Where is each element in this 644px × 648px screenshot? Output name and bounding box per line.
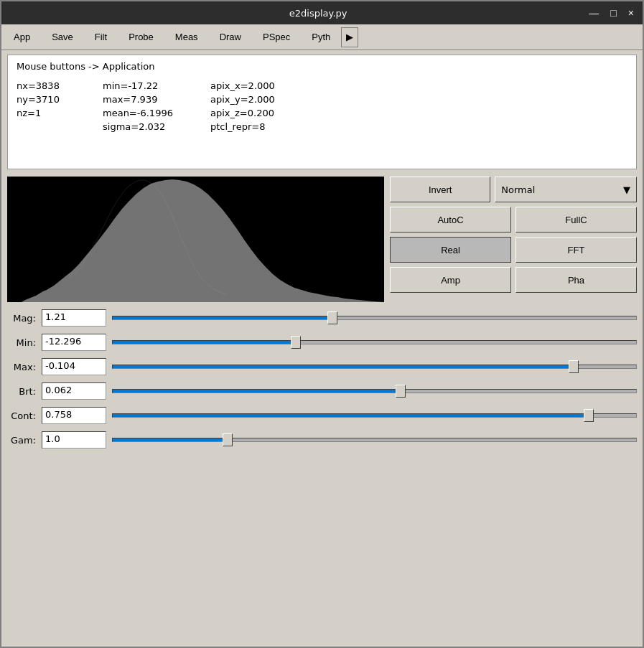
autoc-button[interactable]: AutoC xyxy=(390,207,511,233)
slider-track-2[interactable] xyxy=(112,365,637,369)
info-nz: nz=1 xyxy=(17,108,103,118)
menu-bar: App Save Filt Probe Meas Draw PSpec Pyth… xyxy=(1,24,643,50)
normal-label: Normal xyxy=(501,184,535,195)
info-sigma: sigma=2.032 xyxy=(103,121,210,132)
info-apix-x: apix_x=2.000 xyxy=(210,80,354,91)
main-window: e2display.py — □ × App Save Filt Probe M… xyxy=(0,0,644,648)
menu-probe[interactable]: Probe xyxy=(118,27,164,47)
slider-value-3[interactable]: 0.062 xyxy=(42,382,106,400)
sliders-area: Mag:1.21Min:-12.296Max:-0.104Brt:0.062Co… xyxy=(1,305,643,453)
slider-fill-2 xyxy=(113,365,574,368)
row-invert-normal: Invert Normal ▼ xyxy=(390,177,637,202)
slider-thumb-2[interactable] xyxy=(569,360,579,373)
slider-track-4[interactable] xyxy=(112,413,637,418)
slider-thumb-1[interactable] xyxy=(291,336,301,349)
slider-fill-0 xyxy=(113,316,332,319)
slider-thumb-3[interactable] xyxy=(396,385,406,398)
menu-app[interactable]: App xyxy=(3,27,41,47)
slider-row: Mag:1.21 xyxy=(7,308,637,328)
menu-save[interactable]: Save xyxy=(41,27,84,47)
info-apix-y: apix_y=2.000 xyxy=(210,94,354,105)
slider-fill-1 xyxy=(113,341,296,344)
slider-value-0[interactable]: 1.21 xyxy=(42,309,106,327)
row-amp-pha: Amp Pha xyxy=(390,267,637,293)
slider-label-5: Gam: xyxy=(7,435,36,446)
fullc-button[interactable]: FullC xyxy=(515,207,637,233)
slider-label-1: Min: xyxy=(7,337,36,348)
slider-value-2[interactable]: -0.104 xyxy=(42,358,106,375)
histogram-svg xyxy=(7,177,384,302)
slider-row: Brt:0.062 xyxy=(7,381,637,401)
menu-pyth[interactable]: Pyth xyxy=(301,27,341,47)
slider-track-0[interactable] xyxy=(112,316,637,320)
slider-row: Gam:1.0 xyxy=(7,430,637,450)
slider-fill-5 xyxy=(113,438,228,441)
fft-button[interactable]: FFT xyxy=(515,237,637,263)
info-grid: nx=3838 min=-17.22 apix_x=2.000 ny=3710 … xyxy=(17,80,627,132)
window-title: e2display.py xyxy=(50,8,586,19)
main-area: Invert Normal ▼ AutoC FullC Real FFT Amp… xyxy=(1,174,643,305)
slider-thumb-0[interactable] xyxy=(327,311,337,324)
histogram xyxy=(7,177,384,302)
slider-track-3[interactable] xyxy=(112,389,637,393)
controls-panel: Invert Normal ▼ AutoC FullC Real FFT Amp… xyxy=(390,177,637,302)
menu-pspec[interactable]: PSpec xyxy=(252,27,301,47)
slider-value-4[interactable]: 0.758 xyxy=(42,407,106,424)
mouse-info: Mouse buttons -> Application xyxy=(17,61,627,72)
slider-fill-4 xyxy=(113,414,589,417)
title-controls: — □ × xyxy=(586,6,637,20)
maximize-button[interactable]: □ xyxy=(607,6,619,20)
slider-label-2: Max: xyxy=(7,362,36,372)
info-ny: ny=3710 xyxy=(17,94,103,105)
row-real-fft: Real FFT xyxy=(390,237,637,263)
menu-draw[interactable]: Draw xyxy=(209,27,252,47)
info-panel: Mouse buttons -> Application nx=3838 min… xyxy=(7,55,637,169)
menu-meas[interactable]: Meas xyxy=(164,27,209,47)
info-empty xyxy=(17,121,103,132)
slider-thumb-4[interactable] xyxy=(584,409,594,422)
info-min: min=-17.22 xyxy=(103,80,210,91)
menu-filt[interactable]: Filt xyxy=(84,27,118,47)
info-apix-z: apix_z=0.200 xyxy=(210,108,354,118)
row-autoc-fullc: AutoC FullC xyxy=(390,207,637,233)
normal-dropdown[interactable]: Normal ▼ xyxy=(495,177,637,202)
slider-value-5[interactable]: 1.0 xyxy=(42,431,106,449)
slider-track-5[interactable] xyxy=(112,438,637,442)
minimize-button[interactable]: — xyxy=(586,6,602,20)
info-mean: mean=-6.1996 xyxy=(103,108,210,118)
info-nx: nx=3838 xyxy=(17,80,103,91)
real-button[interactable]: Real xyxy=(390,237,511,263)
slider-label-4: Cont: xyxy=(7,410,36,421)
close-button[interactable]: × xyxy=(625,6,637,20)
menu-arrow[interactable]: ▶ xyxy=(341,27,358,47)
slider-row: Cont:0.758 xyxy=(7,405,637,426)
pha-button[interactable]: Pha xyxy=(515,267,637,293)
slider-row: Min:-12.296 xyxy=(7,332,637,352)
slider-fill-3 xyxy=(113,390,401,393)
dropdown-arrow-icon: ▼ xyxy=(623,184,630,195)
slider-row: Max:-0.104 xyxy=(7,357,637,377)
slider-value-1[interactable]: -12.296 xyxy=(42,334,106,351)
slider-track-1[interactable] xyxy=(112,340,637,344)
invert-button[interactable]: Invert xyxy=(390,177,490,202)
slider-label-0: Mag: xyxy=(7,313,36,324)
slider-label-3: Brt: xyxy=(7,386,36,397)
title-bar: e2display.py — □ × xyxy=(1,1,643,24)
info-max: max=7.939 xyxy=(103,94,210,105)
info-ptcl-repr: ptcl_repr=8 xyxy=(210,121,354,132)
slider-thumb-5[interactable] xyxy=(223,433,233,446)
amp-button[interactable]: Amp xyxy=(390,267,511,293)
